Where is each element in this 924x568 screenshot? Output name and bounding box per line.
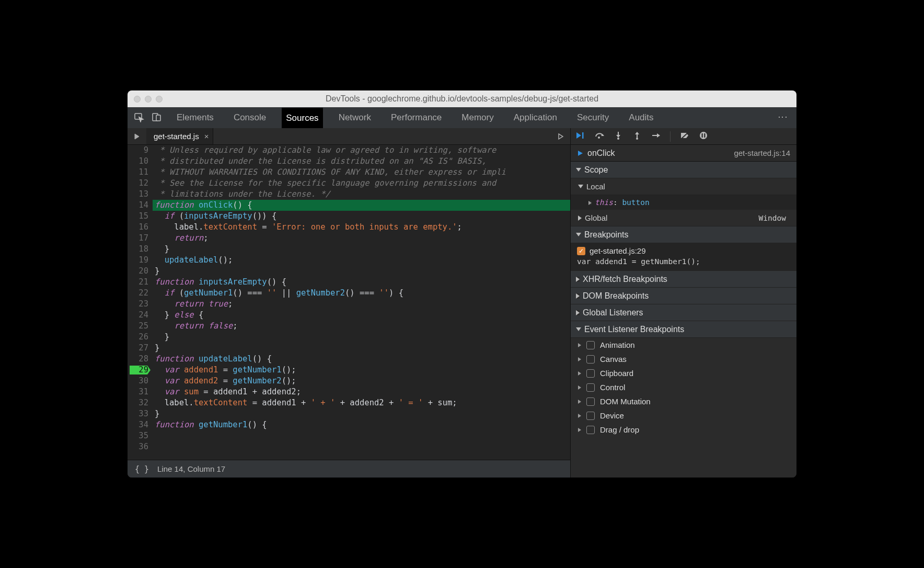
event-category-row[interactable]: Canvas [571, 352, 796, 366]
step-over-icon[interactable] [595, 131, 604, 141]
pretty-print-icon[interactable]: { } [135, 464, 149, 474]
tab-security[interactable]: Security [573, 107, 613, 128]
breakpoints-section-header[interactable]: Breakpoints [571, 226, 796, 243]
code-line[interactable] [155, 441, 570, 452]
gutter-line[interactable]: 20 [128, 266, 148, 277]
code-line[interactable]: label.textContent = 'Error: one or both … [155, 222, 570, 233]
inspect-icon[interactable] [134, 112, 144, 124]
code-line[interactable]: * limitations under the License. */ [155, 189, 570, 200]
tab-network[interactable]: Network [334, 107, 375, 128]
step-into-icon[interactable] [614, 131, 623, 141]
code-line[interactable] [155, 430, 570, 441]
gutter-line[interactable]: 14 [128, 200, 148, 211]
code-line[interactable]: if (inputsAreEmpty()) { [155, 211, 570, 222]
code-line[interactable]: label.textContent = addend1 + ' + ' + ad… [155, 397, 570, 408]
close-window-icon[interactable] [134, 96, 141, 103]
scope-section-header[interactable]: Scope [571, 162, 796, 178]
gutter-line[interactable]: 22 [128, 288, 148, 299]
gutter-line[interactable]: 25 [128, 321, 148, 332]
code-line[interactable]: } else { [155, 310, 570, 321]
code-line[interactable]: } [155, 266, 570, 277]
zoom-window-icon[interactable] [156, 96, 163, 103]
gutter-line[interactable]: 17 [128, 233, 148, 244]
gutter-line[interactable]: 26 [128, 332, 148, 343]
section-header[interactable]: DOM Breakpoints [571, 288, 796, 304]
gutter-line[interactable]: 27 [128, 343, 148, 354]
event-category-row[interactable]: Device [571, 408, 796, 423]
code-line[interactable]: } [155, 332, 570, 343]
event-category-row[interactable]: DOM Mutation [571, 394, 796, 408]
checkbox-icon[interactable] [586, 397, 595, 406]
code-line[interactable]: * WITHOUT WARRANTIES OR CONDITIONS OF AN… [155, 167, 570, 178]
code-line[interactable]: updateLabel(); [155, 255, 570, 266]
gutter-line[interactable]: 12 [128, 178, 148, 189]
gutter-line[interactable]: 15 [128, 211, 148, 222]
tab-application[interactable]: Application [510, 107, 561, 128]
event-listener-breakpoints-header[interactable]: Event Listener Breakpoints [571, 321, 796, 338]
gutter-line[interactable]: 28 [128, 354, 148, 365]
tab-memory[interactable]: Memory [457, 107, 498, 128]
file-tab-get-started[interactable]: get-started.js × [146, 128, 213, 144]
code-line[interactable]: } [155, 408, 570, 419]
pause-on-exceptions-icon[interactable] [699, 131, 708, 141]
checkbox-icon[interactable] [586, 355, 595, 363]
gutter-line[interactable]: 10 [128, 156, 148, 167]
tab-audits[interactable]: Audits [625, 107, 657, 128]
resume-icon[interactable] [576, 131, 585, 141]
code-line[interactable]: * distributed under the License is distr… [155, 156, 570, 167]
gutter-line[interactable]: 18 [128, 244, 148, 255]
code-line[interactable]: * Unless required by applicable law or a… [155, 145, 570, 156]
call-frame-row[interactable]: onClick get-started.js:14 [571, 145, 796, 162]
code-line[interactable]: if (getNumber1() === '' || getNumber2() … [155, 288, 570, 299]
deactivate-breakpoints-icon[interactable] [680, 131, 689, 141]
code-line[interactable]: function updateLabel() { [155, 354, 570, 365]
checkbox-icon[interactable] [586, 412, 595, 420]
gutter-line[interactable]: 30 [128, 376, 148, 387]
code-line[interactable]: return; [155, 233, 570, 244]
breakpoint-checkbox-icon[interactable]: ✓ [577, 247, 585, 255]
gutter-line[interactable]: 23 [128, 299, 148, 310]
gutter-line[interactable]: 24 [128, 310, 148, 321]
checkbox-icon[interactable] [586, 369, 595, 378]
close-file-icon[interactable]: × [204, 132, 209, 141]
section-header[interactable]: Global Listeners [571, 304, 796, 321]
gutter-line[interactable]: 21 [128, 277, 148, 288]
code-line[interactable]: var sum = addend1 + addend2; [155, 387, 570, 397]
code-line[interactable]: return false; [155, 321, 570, 332]
gutter-line[interactable]: 36 [128, 441, 148, 452]
step-icon[interactable] [651, 131, 661, 141]
gutter-line[interactable]: 35 [128, 430, 148, 441]
gutter-line[interactable]: 29 [128, 365, 148, 376]
code-line[interactable]: } [155, 244, 570, 255]
more-menu-icon[interactable]: ⋮ [775, 107, 791, 128]
breakpoint-row[interactable]: ✓get-started.js:29 [577, 246, 790, 255]
code-line[interactable]: var addend1 = getNumber1(); [155, 365, 570, 376]
code-line[interactable]: function onClick() { [153, 200, 570, 211]
show-debugger-icon[interactable] [551, 128, 570, 144]
code-line[interactable]: var addend2 = getNumber2(); [155, 376, 570, 387]
code-line[interactable]: } [155, 343, 570, 354]
checkbox-icon[interactable] [586, 341, 595, 349]
scope-global-header[interactable]: Global Window [571, 210, 796, 226]
tab-elements[interactable]: Elements [172, 107, 218, 128]
gutter-line[interactable]: 33 [128, 408, 148, 419]
code-line[interactable]: function getNumber1() { [155, 419, 570, 430]
code-line[interactable]: * See the License for the specific langu… [155, 178, 570, 189]
checkbox-icon[interactable] [586, 426, 595, 434]
event-category-row[interactable]: Animation [571, 338, 796, 352]
scope-variable-row[interactable]: this: button [571, 197, 796, 208]
scope-local-header[interactable]: Local [571, 178, 796, 195]
section-header[interactable]: XHR/fetch Breakpoints [571, 271, 796, 288]
tab-sources[interactable]: Sources [282, 107, 322, 128]
event-category-row[interactable]: Control [571, 380, 796, 394]
gutter-line[interactable]: 13 [128, 189, 148, 200]
show-navigator-icon[interactable] [128, 128, 146, 144]
gutter-line[interactable]: 11 [128, 167, 148, 178]
checkbox-icon[interactable] [586, 383, 595, 392]
gutter-line[interactable]: 34 [128, 419, 148, 430]
code-editor[interactable]: 9101112131415161718192021222324252627282… [128, 145, 570, 460]
code-line[interactable]: function inputsAreEmpty() { [155, 277, 570, 288]
event-category-row[interactable]: Clipboard [571, 366, 796, 380]
step-out-icon[interactable] [632, 131, 642, 141]
gutter-line[interactable]: 31 [128, 387, 148, 397]
